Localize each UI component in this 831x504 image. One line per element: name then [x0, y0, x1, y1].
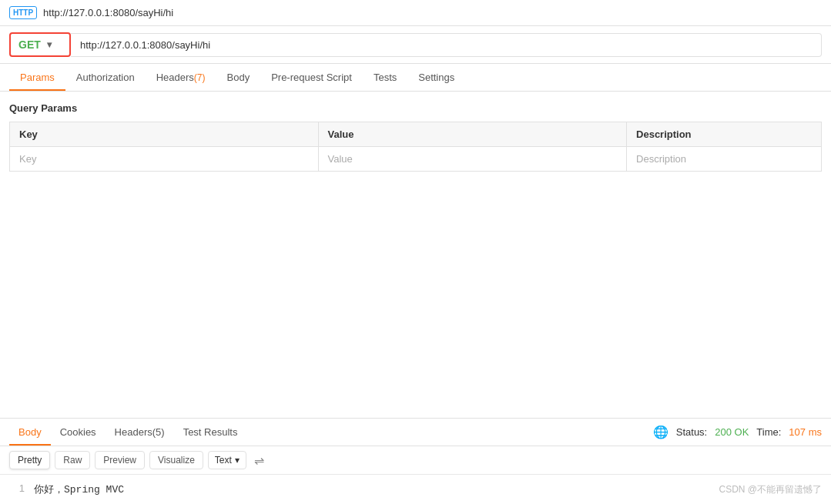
response-body-text: 你好，Spring MVC	[34, 482, 124, 496]
watermark: CSDN @不能再留遗憾了	[719, 483, 822, 496]
http-badge: HTTP	[9, 6, 37, 19]
tab-body[interactable]: Body	[216, 64, 261, 91]
description-cell[interactable]: Description	[627, 147, 822, 172]
method-select[interactable]: GET ▾	[9, 32, 71, 57]
tab-headers[interactable]: Headers(7)	[146, 64, 216, 91]
format-pretty-button[interactable]: Pretty	[9, 451, 50, 469]
key-cell[interactable]: Key	[10, 147, 319, 172]
table-row[interactable]: Key Value Description	[10, 147, 822, 172]
response-tabs-row: Body Cookies Headers(5) Test Results 🌐 S…	[0, 419, 831, 446]
format-preview-button[interactable]: Preview	[95, 451, 145, 469]
time-value: 107 ms	[789, 426, 822, 438]
tab-tests[interactable]: Tests	[363, 64, 407, 91]
method-label: GET	[18, 38, 41, 51]
response-tab-headers[interactable]: Headers(5)	[106, 419, 174, 446]
response-tab-cookies[interactable]: Cookies	[51, 419, 106, 446]
wrap-lines-icon[interactable]: ⇌	[254, 453, 264, 468]
top-url: http://127.0.0.1:8080/sayHi/hi	[43, 7, 173, 18]
response-tab-body[interactable]: Body	[9, 419, 51, 446]
url-input[interactable]: http://127.0.0.1:8080/sayHi/hi	[71, 33, 822, 57]
response-content: 1 你好，Spring MVC	[0, 475, 831, 504]
tab-authorization[interactable]: Authorization	[65, 64, 146, 91]
response-headers-badge: (5)	[152, 426, 165, 438]
value-cell[interactable]: Value	[318, 147, 627, 172]
response-status-area: 🌐 Status: 200 OK Time: 107 ms	[653, 425, 822, 439]
query-params-section: Query Params Key Value Description Key V…	[0, 92, 831, 172]
params-table: Key Value Description Key Value Descript…	[9, 122, 822, 172]
tab-settings[interactable]: Settings	[407, 64, 465, 91]
response-tab-test-results[interactable]: Test Results	[174, 419, 247, 446]
format-raw-button[interactable]: Raw	[55, 451, 90, 469]
col-header-key: Key	[10, 122, 319, 147]
format-type-dropdown[interactable]: Text ▾	[208, 451, 246, 469]
top-bar: HTTP http://127.0.0.1:8080/sayHi/hi	[0, 0, 831, 26]
format-visualize-button[interactable]: Visualize	[149, 451, 203, 469]
col-header-description: Description	[627, 122, 822, 147]
chevron-down-icon: ▾	[47, 39, 52, 50]
request-row: GET ▾ http://127.0.0.1:8080/sayHi/hi	[0, 26, 831, 64]
tab-params[interactable]: Params	[9, 64, 65, 91]
tab-pre-request-script[interactable]: Pre-request Script	[260, 64, 363, 91]
query-params-title: Query Params	[9, 102, 822, 114]
col-header-value: Value	[318, 122, 627, 147]
line-number: 1	[9, 482, 25, 496]
request-tabs: Params Authorization Headers(7) Body Pre…	[0, 64, 831, 92]
headers-badge: (7)	[194, 72, 206, 83]
time-label: Time:	[756, 426, 781, 438]
status-label: Status:	[676, 426, 707, 438]
format-dropdown-chevron-icon: ▾	[235, 455, 240, 466]
response-format-row: Pretty Raw Preview Visualize Text ▾ ⇌	[0, 446, 831, 475]
globe-icon: 🌐	[653, 425, 668, 439]
status-value: 200 OK	[715, 426, 749, 438]
response-area: Body Cookies Headers(5) Test Results 🌐 S…	[0, 418, 831, 504]
format-type-label: Text	[215, 455, 232, 466]
